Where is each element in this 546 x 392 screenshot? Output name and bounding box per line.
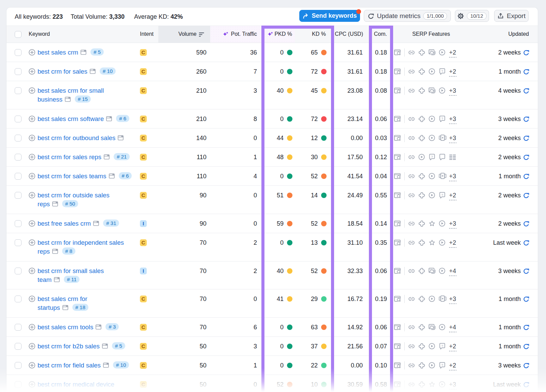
svg-text:?: ? bbox=[441, 363, 443, 367]
svg-text:?: ? bbox=[441, 344, 443, 348]
svg-text:?: ? bbox=[431, 155, 433, 159]
svg-text:?: ? bbox=[441, 69, 443, 73]
svg-text:?: ? bbox=[441, 117, 443, 120]
svg-text:?: ? bbox=[441, 193, 443, 197]
